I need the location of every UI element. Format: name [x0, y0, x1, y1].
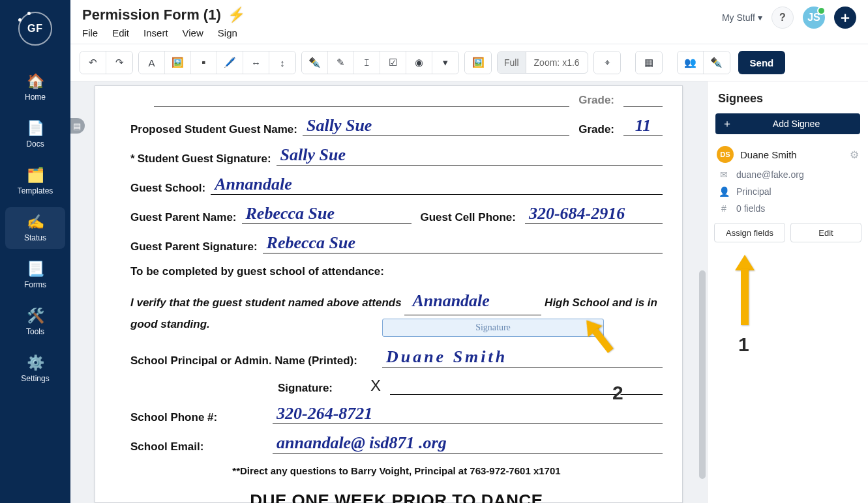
highlight-tool[interactable]: 🖊️: [217, 51, 243, 74]
user-avatar[interactable]: JS: [803, 7, 825, 29]
menu-insert[interactable]: Insert: [143, 27, 168, 38]
checkbox-field-tool[interactable]: ☑: [380, 51, 406, 74]
nav-forms[interactable]: 📃Forms: [5, 254, 65, 296]
callout-number-1: 1: [738, 334, 749, 356]
signature-field[interactable]: Signature: [382, 319, 604, 337]
h-arrow-tool[interactable]: ↔: [243, 51, 269, 74]
bolt-icon[interactable]: ⚡: [228, 7, 245, 23]
grade-value: 11: [635, 116, 651, 135]
signee-avatar: DS: [717, 146, 734, 163]
radio-field-tool[interactable]: ◉: [406, 51, 432, 74]
grid-tool[interactable]: ▦: [636, 51, 662, 74]
guest-parent-label: Guest Parent Name:: [130, 211, 237, 224]
text-tool[interactable]: A: [139, 51, 165, 74]
edit-signee-button[interactable]: Edit: [790, 223, 861, 242]
undo-button[interactable]: ↶: [80, 51, 106, 74]
redo-button[interactable]: ↷: [106, 51, 132, 74]
nav-home[interactable]: 🏠Home: [5, 66, 65, 108]
sign-tool[interactable]: ✒️: [704, 51, 730, 74]
menu-view[interactable]: View: [183, 27, 203, 38]
signee-card: DS Duane Smith ⚙ ✉duane@fake.org 👤Princi…: [708, 143, 868, 214]
signature-placeholder: Signature: [475, 323, 511, 333]
scrollbar[interactable]: [698, 81, 706, 503]
my-stuff-label: My Stuff: [722, 12, 755, 23]
dropdown-field-tool[interactable]: ▾: [432, 51, 458, 74]
guest-school-label: Guest School:: [130, 182, 205, 195]
top-grade-label: Grade:: [575, 94, 618, 107]
initials-field-tool[interactable]: ✎: [328, 51, 354, 74]
person-icon: 👤: [718, 186, 730, 197]
canvas[interactable]: ▤ xxx Grade: Proposed Student Guest Name…: [70, 81, 707, 503]
menubar: File Edit Insert View Sign: [82, 27, 245, 38]
signee-settings-icon[interactable]: ⚙: [850, 149, 859, 161]
nav-settings-label: Settings: [21, 374, 49, 383]
school-email-label: School Email:: [130, 440, 267, 453]
my-stuff-menu[interactable]: My Stuff ▾: [722, 12, 762, 23]
signee-name: Duane Smith: [740, 149, 843, 160]
forms-icon: 📃: [8, 262, 63, 276]
nav-status[interactable]: ✍️Status: [5, 207, 65, 249]
chevron-down-icon: ▾: [758, 12, 762, 23]
guest-sig-label: Student Guest Signature:: [138, 152, 271, 165]
nav-forms-label: Forms: [24, 280, 46, 289]
guest-school-value: Annandale: [215, 175, 292, 194]
templates-icon: 🗂️: [8, 168, 63, 182]
status-icon: ✍️: [8, 215, 63, 229]
guest-sig-value: Sally Sue: [280, 145, 346, 165]
questions-note: **Direct any questions to Barry Voight, …: [130, 465, 663, 476]
rect-tool[interactable]: ▪️: [191, 51, 217, 74]
x-mark: X: [370, 377, 381, 395]
nav-settings[interactable]: ⚙️Settings: [5, 348, 65, 390]
app-logo[interactable]: GF: [18, 12, 52, 46]
v-arrow-tool[interactable]: ↕: [269, 51, 295, 74]
document-title[interactable]: Permission Form (1): [82, 7, 221, 23]
left-nav-rail: GF 🏠Home 📄Docs 🗂️Templates ✍️Status 📃For…: [0, 0, 70, 503]
guest-parent-sig-value: Rebecca Sue: [267, 233, 355, 253]
assign-fields-button[interactable]: Assign fields: [714, 223, 785, 242]
send-button[interactable]: Send: [738, 51, 786, 74]
locate-tool[interactable]: ⌖: [594, 51, 620, 74]
guest-parent-sig-label: Guest Parent Signature:: [130, 240, 258, 253]
hash-icon: #: [718, 203, 730, 214]
nav-templates-label: Templates: [18, 186, 53, 195]
signature-field-tool[interactable]: ✒️: [302, 51, 328, 74]
toolbar: ↶ ↷ A 🖼️ ▪️ 🖊️ ↔ ↕ ✒️ ✎ 𝙸 ☑ ◉ ▾ 🖼️ F: [70, 44, 868, 81]
add-signee-button[interactable]: ＋Add Signee: [715, 113, 860, 134]
zoom-full[interactable]: Full: [498, 52, 526, 73]
menu-edit[interactable]: Edit: [112, 27, 129, 38]
due-heading: DUE ONE WEEK PRIOR TO DANCE: [130, 491, 663, 503]
home-icon: 🏠: [8, 74, 63, 89]
panel-title: Signees: [708, 81, 868, 113]
guest-cell-label: Guest Cell Phone:: [417, 211, 520, 224]
nav-templates[interactable]: 🗂️Templates: [5, 160, 65, 202]
verify-pre: I verify that the guest student named ab…: [130, 296, 402, 309]
header: Permission Form (1) ⚡ File Edit Insert V…: [70, 0, 868, 44]
menu-file[interactable]: File: [82, 27, 98, 38]
signee-email: duane@fake.org: [736, 169, 804, 180]
nav-tools[interactable]: 🛠️Tools: [5, 301, 65, 343]
add-button[interactable]: ＋: [834, 7, 856, 29]
plus-icon: ＋: [722, 117, 732, 131]
thumbnail-handle[interactable]: ▤: [70, 118, 85, 134]
zoom-control[interactable]: Full Zoom: x1.6: [497, 51, 588, 74]
school-email-value: annandale@ isd871 .org: [277, 433, 447, 453]
attachment-tool[interactable]: 🖼️: [465, 51, 491, 74]
principal-label: School Principal or Admin. Name (Printed…: [130, 354, 357, 367]
guest-name-value: Sally Sue: [307, 116, 372, 136]
image-tool[interactable]: 🖼️: [165, 51, 191, 74]
nav-status-label: Status: [24, 233, 46, 242]
document-page: xxx Grade: Proposed Student Guest Name: …: [95, 85, 683, 503]
school-phone-value: 320-264-8721: [277, 404, 372, 424]
section-heading: To be completed by guest school of atten…: [130, 265, 663, 278]
school-phone-label: School Phone #:: [130, 411, 267, 424]
signees-tool[interactable]: 👥: [678, 51, 704, 74]
help-button[interactable]: ?: [771, 7, 794, 29]
pdf-icon: 📄: [8, 121, 63, 136]
text-field-tool[interactable]: 𝙸: [354, 51, 380, 74]
workspace: ▤ xxx Grade: Proposed Student Guest Name…: [70, 81, 868, 503]
nav-docs[interactable]: 📄Docs: [5, 113, 65, 155]
principal-value: Duane Smith: [386, 347, 507, 367]
menu-sign[interactable]: Sign: [218, 27, 237, 38]
grade-label: Grade:: [575, 123, 618, 136]
signee-fields: 0 fields: [736, 203, 765, 214]
